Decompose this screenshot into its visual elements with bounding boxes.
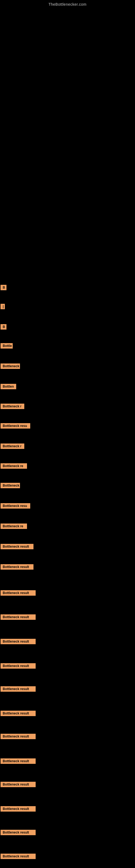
badge-21[interactable]: Bottleneck result — [1, 711, 36, 716]
badge-7[interactable]: Bottleneck r — [1, 404, 24, 409]
badge-14[interactable]: Bottleneck result — [1, 544, 34, 549]
badge-23[interactable]: Bottleneck result — [1, 758, 36, 764]
badge-26[interactable]: Bottleneck result — [1, 830, 36, 835]
badge-4[interactable]: Bottle — [1, 343, 13, 348]
badge-27[interactable]: Bottleneck result — [1, 854, 36, 859]
badge-11[interactable]: Bottleneck — [1, 483, 20, 488]
badge-12[interactable]: Bottleneck resu — [1, 503, 30, 508]
badge-8[interactable]: Bottleneck resu — [1, 423, 30, 429]
site-title: TheBottlenecker.com — [0, 0, 135, 6]
badge-13[interactable]: Bottleneck re — [1, 524, 27, 529]
badge-22[interactable]: Bottleneck result — [1, 734, 36, 739]
badge-5[interactable]: Bottleneck — [1, 364, 20, 369]
badge-10[interactable]: Bottleneck re — [1, 463, 27, 469]
badge-20[interactable]: Bottleneck result — [1, 686, 36, 692]
badge-24[interactable]: Bottleneck result — [1, 782, 36, 787]
badge-16[interactable]: Bottleneck result — [1, 590, 36, 596]
badge-1[interactable]: B — [1, 285, 6, 290]
badge-19[interactable]: Bottleneck result — [1, 663, 36, 669]
badge-17[interactable]: Bottleneck result — [1, 614, 36, 620]
badge-3[interactable]: B — [1, 324, 6, 330]
badge-9[interactable]: Bottleneck r — [1, 443, 24, 449]
badge-25[interactable]: Bottleneck result — [1, 806, 36, 812]
badge-6[interactable]: Bottlen — [1, 384, 16, 389]
badge-15[interactable]: Bottleneck result — [1, 564, 34, 569]
badge-2[interactable]: | — [1, 304, 5, 309]
badge-18[interactable]: Bottleneck result — [1, 639, 36, 644]
